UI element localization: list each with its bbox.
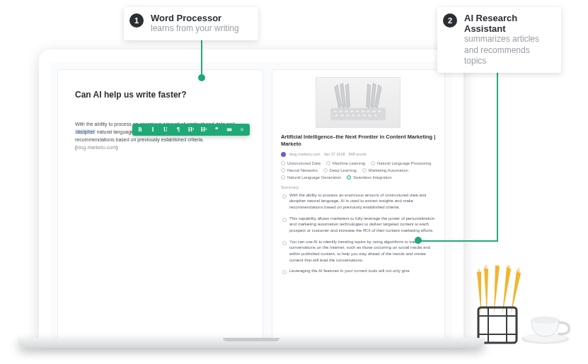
svg-rect-12 <box>346 115 350 117</box>
svg-rect-5 <box>356 110 360 113</box>
topic-tag[interactable]: Neural Networks <box>281 168 318 172</box>
tag-ring-icon <box>326 161 330 165</box>
tag-label: Machine Learning <box>333 161 365 165</box>
article-title[interactable]: Artificial Intelligence–the Next Frontie… <box>281 134 436 148</box>
underline-button[interactable]: U <box>162 127 169 133</box>
connector-line <box>419 240 498 242</box>
tag-label: Neural Networks <box>287 168 318 172</box>
align-button[interactable]: ≡ <box>238 127 246 133</box>
summary-bullet: This capability allows marketers to full… <box>282 216 436 234</box>
editor-pane[interactable]: Can AI help us write faster? B I U ¶ H¹ … <box>57 69 263 339</box>
tag-label: Natural Language Processing <box>377 161 431 165</box>
svg-point-35 <box>531 316 559 324</box>
summary-list: With the ability to process an enormous … <box>281 192 436 275</box>
svg-rect-11 <box>340 115 345 117</box>
tag-ring-icon <box>281 175 285 180</box>
italic-button[interactable]: I <box>149 127 156 133</box>
svg-rect-10 <box>335 115 339 117</box>
tag-label: Marketing Automation <box>369 168 408 172</box>
connector-dot <box>415 237 422 244</box>
tag-ring-icon <box>281 168 285 172</box>
laptop-mockup: Can AI help us write faster? B I U ¶ H¹ … <box>39 49 463 339</box>
svg-rect-14 <box>357 115 362 117</box>
laptop-base <box>18 338 485 348</box>
svg-rect-15 <box>362 115 367 117</box>
summary-heading: Summary <box>281 185 436 189</box>
svg-rect-9 <box>378 110 382 113</box>
svg-rect-13 <box>352 115 356 117</box>
callout-number-1: 1 <box>129 13 144 28</box>
svg-rect-6 <box>361 110 365 113</box>
topic-tags: Unstructured DataMachine LearningNatural… <box>281 161 436 180</box>
tag-label: Natural Language Generation <box>287 175 341 180</box>
tag-ring-icon <box>281 161 285 165</box>
topic-tag[interactable]: Natural Language Processing <box>371 161 431 165</box>
topic-tag[interactable]: Deep Learning <box>323 168 357 172</box>
laptop-screen: Can AI help us write faster? B I U ¶ H¹ … <box>39 49 463 339</box>
svg-rect-3 <box>345 110 349 113</box>
svg-rect-2 <box>339 110 343 113</box>
svg-rect-17 <box>374 115 378 117</box>
article-wordcount: 948 words <box>349 152 367 156</box>
svg-rect-1 <box>333 110 338 113</box>
callout-number-2: 2 <box>443 13 457 28</box>
svg-rect-7 <box>367 110 371 113</box>
connector-line <box>497 48 498 240</box>
topic-tag[interactable]: Machine Learning <box>326 161 365 165</box>
callout-word-processor: 1 Word Processor learns from your writin… <box>124 7 258 40</box>
svg-marker-23 <box>477 268 481 272</box>
summary-bullet: With the ability to process an enormous … <box>282 192 436 211</box>
tag-label: Deep Learning <box>330 168 357 172</box>
robot-hands-keyboard-icon <box>316 78 400 127</box>
callout-subtitle: learns from your writing <box>151 23 239 35</box>
topic-tag[interactable]: Seamless Integration <box>347 175 391 180</box>
callout-subtitle: summarizes articles and recommends topic… <box>464 34 551 67</box>
citation-source[interactable]: blog.marketo.com <box>76 145 116 150</box>
tag-ring-icon <box>362 168 367 172</box>
topic-tag[interactable]: Marketing Automation <box>362 168 408 172</box>
article-source[interactable]: blog.marketo.com <box>289 152 321 156</box>
callout-title: Word Processor <box>151 13 239 23</box>
tag-ring-icon <box>371 161 375 165</box>
article-thumbnail[interactable] <box>316 77 400 128</box>
tag-ring-icon <box>347 175 351 180</box>
heading1-button[interactable]: H¹ <box>188 127 195 133</box>
list-button[interactable]: ≔ <box>226 127 233 133</box>
paragraph-button[interactable]: ¶ <box>175 127 182 133</box>
topic-tag[interactable]: Unstructured Data <box>281 161 321 165</box>
heading2-button[interactable]: H² <box>200 127 207 133</box>
svg-rect-16 <box>368 115 372 117</box>
app-viewport: Can AI help us write faster? B I U ¶ H¹ … <box>50 62 452 339</box>
summary-bullet: Leveraging the AI features in your curre… <box>282 268 436 274</box>
article-meta: blog.marketo.com Apr 27 2018 948 words <box>281 152 436 157</box>
article-date: Apr 27 2018 <box>324 152 345 156</box>
formatting-toolbar[interactable]: B I U ¶ H¹ H² ❝ ≔ ≡ <box>132 124 250 136</box>
callout-ai-research-assistant: 2 AI Research Assistant summarizes artic… <box>437 7 561 73</box>
favicon-icon <box>281 152 286 157</box>
highlighted-word[interactable]: decipher <box>75 129 96 134</box>
research-assistant-pane[interactable]: Artificial Intelligence–the Next Frontie… <box>272 69 445 339</box>
document-title[interactable]: Can AI help us write faster? <box>75 90 246 100</box>
topic-tag[interactable]: Natural Language Generation <box>281 175 341 180</box>
connector-line <box>201 39 202 76</box>
bold-button[interactable]: B <box>137 127 144 133</box>
tag-label: Unstructured Data <box>287 161 321 165</box>
tag-label: Seamless Integration <box>353 175 391 180</box>
quote-button[interactable]: ❝ <box>213 127 220 133</box>
callout-title: AI Research Assistant <box>464 13 551 34</box>
summary-bullet: You can use AI to identify trending topi… <box>282 239 436 264</box>
svg-rect-8 <box>372 110 376 113</box>
teacup-decoration <box>520 307 577 348</box>
svg-rect-4 <box>350 110 354 113</box>
paragraph-text: ) <box>116 145 117 150</box>
tag-ring-icon <box>323 168 328 172</box>
connector-dot <box>198 74 205 81</box>
